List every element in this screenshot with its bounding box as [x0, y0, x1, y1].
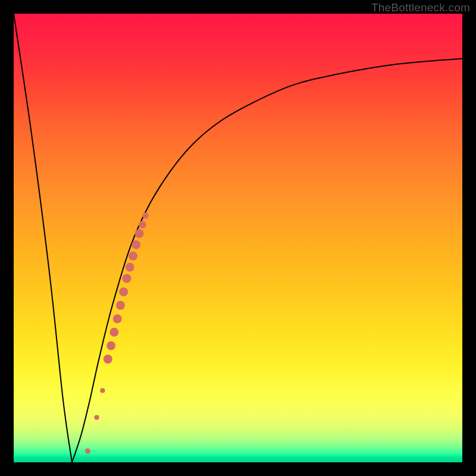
marker-dot: [129, 252, 137, 261]
marker-dot: [94, 415, 99, 420]
marker-dot: [142, 212, 149, 219]
curve-right: [72, 58, 462, 462]
marker-dot: [131, 240, 140, 249]
marker-dot: [116, 301, 125, 310]
marker-dot: [113, 314, 122, 323]
marker-dot: [104, 355, 112, 364]
plot-area: [14, 14, 462, 462]
curve-left: [14, 14, 72, 462]
marker-dot: [100, 388, 105, 393]
marker-dot: [119, 287, 128, 296]
marker-dot: [85, 449, 90, 454]
marker-dot: [139, 221, 146, 228]
marker-group: [85, 212, 149, 454]
marker-dot: [135, 229, 144, 238]
marker-dot: [123, 274, 131, 283]
marker-dot: [107, 342, 115, 350]
marker-dot: [126, 263, 134, 272]
watermark-text: TheBottleneck.com: [371, 1, 470, 14]
chart-frame: TheBottleneck.com: [0, 0, 476, 476]
chart-svg: [14, 14, 462, 462]
marker-dot: [109, 328, 118, 337]
